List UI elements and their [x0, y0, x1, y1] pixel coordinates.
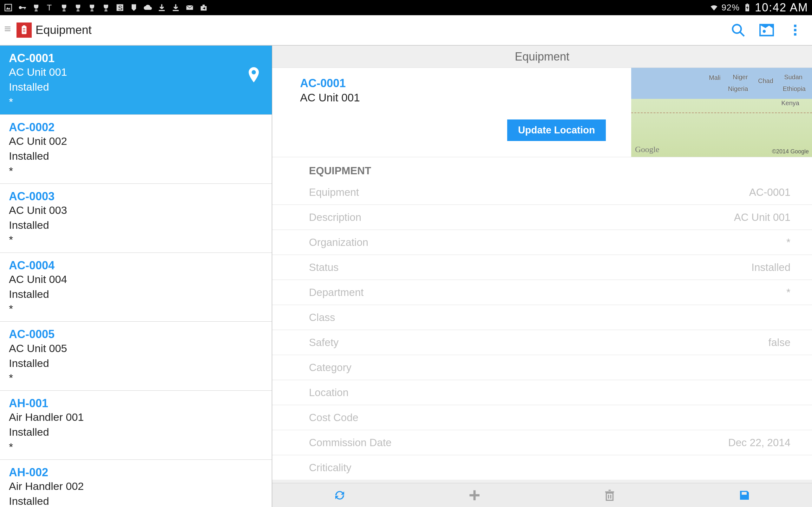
map-branding: Google — [635, 145, 659, 154]
update-location-button[interactable]: Update Location — [507, 119, 606, 141]
list-item[interactable]: AC-0001AC Unit 001Installed* — [0, 46, 272, 115]
svg-rect-27 — [794, 33, 797, 36]
list-item[interactable]: AH-001Air Handler 001Installed* — [0, 391, 272, 460]
more-vert-icon — [788, 23, 803, 38]
list-item[interactable]: AC-0005AC Unit 005Installed* — [0, 322, 272, 391]
mail-icon — [185, 3, 194, 12]
list-item-code: AC-0004 — [9, 259, 263, 272]
search-button[interactable] — [724, 23, 752, 38]
list-item-org: * — [9, 164, 263, 178]
field-label: Cost Code — [309, 412, 791, 424]
field-label: Status — [309, 262, 751, 274]
detail-action-bar — [272, 483, 812, 507]
list-item-org: * — [9, 371, 263, 385]
list-item-status: Installed — [9, 356, 263, 371]
svg-point-20 — [733, 25, 741, 33]
svg-rect-4 — [24, 7, 25, 9]
battery-charging-icon — [743, 3, 752, 12]
list-item-code: AC-0001 — [9, 51, 263, 65]
list-item[interactable]: AH-002Air Handler 002Installed* — [0, 460, 272, 507]
detail-header: Equipment — [272, 46, 812, 68]
field-row[interactable]: EquipmentAC-0001 — [272, 180, 812, 205]
list-item[interactable]: AC-0004AC Unit 004Installed* — [0, 253, 272, 322]
map-button[interactable] — [752, 23, 781, 38]
map-copyright: ©2014 Google — [772, 148, 809, 155]
trophy-icon — [101, 3, 110, 12]
field-label: Location — [309, 387, 791, 399]
field-row[interactable]: Criticality — [272, 455, 812, 481]
download-icon — [157, 3, 166, 12]
menu-button[interactable] — [3, 23, 13, 38]
list-item[interactable]: AC-0002AC Unit 002Installed* — [0, 115, 272, 184]
field-row[interactable]: Organization* — [272, 230, 812, 255]
store-icon — [199, 3, 208, 12]
field-label: Category — [309, 361, 791, 374]
list-item-org: * — [9, 302, 263, 316]
field-label: Criticality — [309, 462, 791, 474]
picture-icon — [4, 3, 13, 12]
list-item-name: Air Handler 001 — [9, 410, 263, 425]
field-value: false — [768, 337, 791, 349]
status-icons-left: T S — [4, 3, 208, 12]
detail-header-title: Equipment — [515, 50, 569, 63]
save-icon — [738, 489, 751, 502]
field-row[interactable]: Class — [272, 305, 812, 330]
field-row[interactable]: DescriptionAC Unit 001 — [272, 205, 812, 230]
field-row[interactable]: StatusInstalled — [272, 255, 812, 280]
page-title: Equipment — [36, 23, 92, 37]
field-row[interactable]: Cost Code — [272, 405, 812, 430]
detail-code: AC-0001 — [300, 77, 618, 90]
search-icon — [731, 23, 745, 38]
field-label: Safety — [309, 337, 768, 349]
svg-rect-25 — [794, 25, 797, 27]
detail-name: AC Unit 001 — [300, 91, 618, 104]
list-item-code: AC-0005 — [9, 327, 263, 341]
list-item-name: AC Unit 001 — [9, 65, 263, 79]
skype-icon: S — [115, 3, 124, 12]
add-button[interactable] — [407, 483, 542, 507]
field-row[interactable]: Category — [272, 355, 812, 380]
save-button[interactable] — [677, 483, 812, 507]
list-item-status: Installed — [9, 494, 263, 507]
list-item-name: AC Unit 002 — [9, 134, 263, 149]
field-row[interactable]: Location — [272, 380, 812, 405]
svg-text:S: S — [118, 4, 122, 11]
cloud-upload-icon — [143, 3, 152, 12]
field-label: Department — [309, 286, 786, 298]
download-icon — [171, 3, 180, 12]
list-item[interactable]: AC-0003AC Unit 003Installed* — [0, 184, 272, 253]
field-row[interactable]: Department* — [272, 280, 812, 305]
list-item-name: AC Unit 003 — [9, 203, 263, 218]
list-item-code: AH-002 — [9, 465, 263, 479]
field-row[interactable]: Safetyfalse — [272, 330, 812, 355]
list-item-name: Air Handler 002 — [9, 479, 263, 494]
field-row[interactable]: Commission DateDec 22, 2014 — [272, 430, 812, 455]
map-thumbnail[interactable]: Mali Niger Chad Sudan Nigeria Ethiopia K… — [631, 68, 812, 157]
status-icons-right: 92% 10:42 AM — [710, 1, 808, 14]
trash-icon — [603, 489, 616, 502]
refresh-button[interactable] — [272, 483, 407, 507]
list-item-status: Installed — [9, 287, 263, 302]
field-value: AC-0001 — [749, 186, 791, 199]
svg-rect-16 — [23, 25, 26, 27]
list-item-status: Installed — [9, 79, 263, 95]
clock: 10:42 AM — [755, 1, 808, 14]
overflow-menu-button[interactable] — [781, 23, 809, 38]
svg-point-2 — [19, 6, 22, 9]
list-item-status: Installed — [9, 218, 263, 233]
trophy-icon — [73, 3, 83, 12]
detail-summary-card: AC-0001 AC Unit 001 Update Location Mali… — [272, 68, 812, 157]
field-label: Class — [309, 312, 791, 324]
field-value: Dec 22, 2014 — [728, 437, 791, 449]
svg-marker-1 — [6, 7, 10, 9]
equipment-list[interactable]: AC-0001AC Unit 001Installed*AC-0002AC Un… — [0, 46, 272, 507]
status-bar: T S 92% 10:42 AM — [0, 0, 812, 15]
field-label: Description — [309, 211, 734, 223]
nyt-icon: T — [46, 3, 55, 12]
list-item-org: * — [9, 233, 263, 246]
svg-rect-30 — [606, 493, 613, 500]
list-item-org: * — [9, 440, 263, 454]
app-bar: Equipment — [0, 15, 812, 46]
delete-button[interactable] — [542, 483, 677, 507]
svg-point-24 — [763, 30, 766, 33]
